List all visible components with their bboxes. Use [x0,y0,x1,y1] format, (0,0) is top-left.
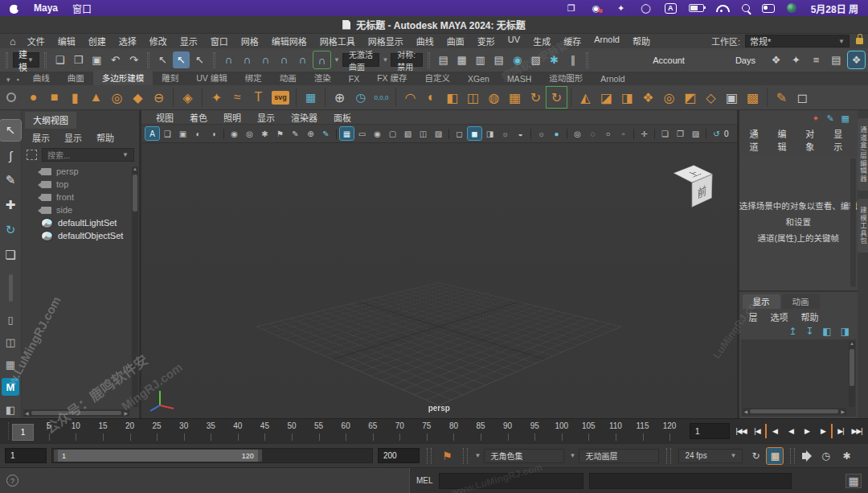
menu-item[interactable]: 曲面 [440,35,471,47]
paint-select-tool-icon[interactable]: ✎ [0,170,21,191]
lock-icon[interactable] [856,38,863,44]
quad-draw-icon[interactable]: ✎ [772,87,792,108]
mirror-icon[interactable]: ❖ [638,87,658,108]
sweep-mesh-icon[interactable]: ≈ [227,87,248,108]
divider[interactable] [706,129,706,139]
layer-menu-item[interactable]: 选项 [764,310,795,323]
fill-hole-icon[interactable]: ▦ [505,87,525,108]
film-gate-icon[interactable]: ▭ [355,127,369,140]
pencil-icon[interactable]: ✎ [289,127,302,140]
grease-pencil-icon[interactable]: ✎ [319,127,333,140]
frame-tick[interactable]: 105 [575,419,603,443]
menu-item[interactable]: 文件 [21,35,51,47]
camera-settings-icon[interactable]: ✱ [258,127,272,140]
bevel-icon[interactable]: ◪ [596,87,616,108]
snap-point-icon[interactable]: ∩ [257,51,274,68]
shadows-icon[interactable]: ◒ [514,127,527,140]
frame-tick[interactable]: 25 [143,419,170,443]
light-editor-icon[interactable]: ✱ [546,51,563,68]
render-layers-icon[interactable]: ▧ [527,51,544,68]
ring-app-icon[interactable]: ◯ [640,2,653,14]
channel-menu-item[interactable]: 显示 [826,127,854,153]
menu-item[interactable]: 显示 [174,35,204,47]
render-globe-icon[interactable]: ◉ [509,51,526,68]
auto-key-clock-icon[interactable]: ◷ [817,448,833,464]
divider[interactable] [173,88,174,107]
bird-app-icon[interactable]: ✦ [615,2,628,14]
drag-handle[interactable] [147,52,149,68]
pause-viewport-icon[interactable]: ∥ [564,51,581,68]
isolate-view-icon[interactable]: ❐ [674,127,687,140]
poly-cylinder-icon[interactable]: ▮ [65,87,85,108]
menu-item[interactable]: Arnold [588,35,626,47]
shelf-tab[interactable]: MASH [498,72,540,85]
zero-transform-icon[interactable]: 0,0,0 [371,87,391,108]
menu-item[interactable]: 创建 [82,35,113,47]
bookmark-icon[interactable]: ⚑ [442,450,452,462]
two-pane-layout-icon[interactable]: ◫ [1,333,20,351]
sidebar-vertical-tab[interactable]: 建模工具包 [858,199,868,253]
divider[interactable] [530,129,531,139]
render-frame-icon[interactable]: ▦ [453,51,470,68]
help-icon[interactable]: ? [6,475,18,487]
workspace-panel-icon[interactable]: ❖ [848,51,865,68]
outliner-title[interactable]: 大纲视图 [25,112,76,129]
frame-tick[interactable]: 15 [89,419,117,443]
lightbulb-icon[interactable]: ☼ [534,127,548,140]
account-button[interactable]: Account [645,55,693,65]
command-input[interactable] [439,473,583,489]
channel-menu-item[interactable]: 对象 [798,127,826,153]
viewport-menu-item[interactable]: 视图 [148,111,182,124]
frame-tick[interactable]: 30 [170,419,198,443]
menu-item[interactable]: 网格工具 [313,35,362,47]
bridge-icon[interactable]: ◨ [617,87,637,108]
layer-tab[interactable]: 动画 [782,294,820,309]
viewport-menu-item[interactable]: 渲染器 [283,111,326,124]
outliner-menu-item[interactable]: 显示 [59,131,88,144]
drag-handle[interactable] [586,52,588,68]
shelf-tab[interactable]: 绑定 [236,70,271,85]
curve-arc-icon[interactable]: ◠ [400,87,420,108]
wireframe-icon[interactable]: ◻ [452,127,466,140]
menu-item[interactable]: 曲线 [410,35,440,47]
wheel-project-icon[interactable]: ◎ [659,87,679,108]
layer-tab[interactable]: 显示 [743,294,780,309]
field-chart-icon[interactable]: ▧ [401,127,415,140]
shelf-options-icon[interactable] [6,92,16,102]
humanik-icon[interactable]: ✦ [812,113,819,124]
active-surface-field[interactable]: 无激活曲面 [342,53,379,67]
anim-settings-icon[interactable]: ✱ [838,448,854,464]
select-camera-icon[interactable]: A [145,127,159,140]
frame-tick[interactable]: 75 [413,419,440,443]
poly-torus-icon[interactable]: ◎ [107,87,127,108]
new-scene-icon[interactable]: ❏ [51,51,68,68]
frame-tick[interactable]: 55 [305,419,333,443]
shelf-tab[interactable]: UV 编辑 [187,70,236,85]
frame-tick[interactable]: 60 [332,419,359,443]
use-lights-icon[interactable]: ☼ [498,127,512,140]
play-backwards-button[interactable]: ◀ [783,424,799,438]
divider[interactable] [448,129,449,139]
current-frame-field[interactable]: 1 [690,423,730,439]
ui-builder-icon[interactable]: ▦ [301,87,321,108]
lasso-tool-icon[interactable]: ∫ [0,145,21,166]
character-icon[interactable]: ✦ [788,51,805,68]
shelf-tab[interactable]: 雕刻 [153,70,187,85]
script-editor-icon[interactable]: ▦ [845,474,862,488]
viewport-3d[interactable]: 上 前 右 persp [141,143,737,418]
maya-logo[interactable]: M [2,378,19,396]
time-editor-icon[interactable]: ▤ [828,51,845,68]
smooth-mesh-icon[interactable]: ◍ [484,87,504,108]
frame-tick[interactable]: 90 [494,419,522,443]
play-forwards-button[interactable]: ▶ [799,424,815,438]
menu-item[interactable]: 网格显示 [362,35,410,47]
drag-handle[interactable] [463,448,468,464]
new-layer-selected-icon[interactable]: ◨ [841,326,850,337]
frame-tick[interactable]: 50 [278,419,305,443]
divider[interactable] [633,129,634,139]
frame-tick[interactable]: 115 [629,419,657,443]
ipr-render-icon[interactable]: ▥ [472,51,489,68]
layer-menu-item[interactable]: 帮助 [795,310,825,323]
frame-tick[interactable]: 110 [602,419,629,443]
shelf-menu-icon[interactable]: ▾ [6,76,10,84]
